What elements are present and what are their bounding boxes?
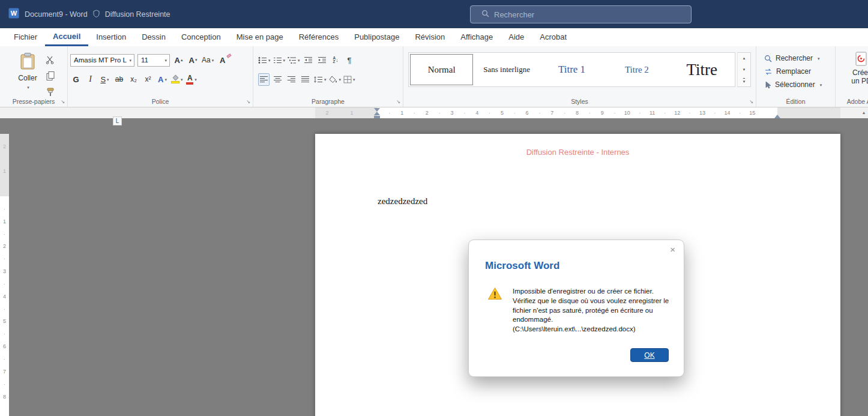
sensitivity-label[interactable]: Diffusion Restreinte	[105, 10, 170, 19]
group-styles: Normal Sans interligne Titre 1 Titre 2 T…	[403, 46, 756, 107]
grow-font-button[interactable]: A▴	[173, 54, 184, 67]
subscript-button[interactable]: x₂	[128, 73, 139, 86]
search-input[interactable]: Rechercher	[470, 5, 692, 23]
underline-button[interactable]: S▾	[99, 73, 110, 86]
ruler-tick: ·	[4, 381, 5, 387]
font-color-button[interactable]: A ▾	[186, 73, 197, 86]
tab-insertion[interactable]: Insertion	[88, 28, 134, 46]
document-header-text: Diffusion Restreinte - Internes	[315, 148, 840, 157]
cut-button[interactable]	[44, 53, 56, 66]
ruler-cm-cell: · 14	[702, 107, 728, 118]
borders-button[interactable]: ▾	[343, 73, 355, 86]
select-button[interactable]: Sélectionner ▾	[756, 78, 835, 91]
styles-dialog-launcher[interactable]: ↘	[749, 99, 753, 104]
outdent-icon	[304, 56, 313, 64]
clipboard-icon	[20, 64, 35, 72]
tab-affichage[interactable]: Affichage	[453, 28, 501, 46]
text-effects-button[interactable]: A▾	[157, 73, 168, 86]
italic-button[interactable]: I	[85, 73, 96, 86]
tab-aide[interactable]: Aide	[501, 28, 532, 46]
align-left-button[interactable]	[258, 73, 270, 86]
font-size-combo[interactable]: 11 ▾	[137, 54, 170, 67]
ruler-tick: ·	[514, 110, 516, 116]
paragraph-dialog-launcher[interactable]: ↘	[396, 99, 400, 104]
font-dialog-launcher[interactable]: ↘	[246, 99, 250, 104]
align-right-button[interactable]	[286, 73, 297, 86]
format-painter-button[interactable]	[44, 86, 56, 98]
eraser-icon	[227, 53, 232, 58]
copy-button[interactable]	[44, 70, 56, 82]
superscript-button[interactable]: x²	[142, 73, 154, 86]
ruler-cm-cell: · 2	[0, 222, 9, 247]
align-center-button[interactable]	[272, 73, 283, 86]
change-case-button[interactable]: Aa▾	[202, 54, 214, 67]
chevron-down-icon: ▾	[181, 77, 183, 82]
ruler-cm-cell: · 8	[552, 107, 577, 118]
paint-bucket-icon	[329, 76, 338, 83]
ruler-tick: ·	[739, 110, 741, 116]
tab-fichier[interactable]: Fichier	[6, 28, 45, 46]
chevron-down-icon: ▾	[107, 77, 109, 82]
tab-acrobat[interactable]: Acrobat	[532, 28, 574, 46]
gallery-down-icon[interactable]: ▾	[738, 64, 750, 76]
find-button[interactable]: Rechercher ▾	[756, 52, 835, 65]
gallery-up-icon[interactable]: ▴	[738, 53, 750, 64]
tab-references[interactable]: Références	[291, 28, 346, 46]
line-spacing-button[interactable]: ▾	[313, 73, 327, 86]
bullets-button[interactable]: ▾	[258, 54, 271, 67]
bold-button[interactable]: G	[70, 73, 82, 86]
ruler-cm-cell: · 7	[527, 107, 552, 118]
ruler-tick: ·	[589, 110, 591, 116]
numbering-button[interactable]: ▾	[273, 54, 286, 67]
multilevel-list-button[interactable]: ▾	[288, 54, 300, 67]
shading-button[interactable]: ▾	[329, 73, 342, 86]
borders-grid-icon	[343, 76, 352, 83]
line-spacing-icon	[313, 76, 323, 83]
ruler-tick: ·	[614, 110, 616, 116]
gallery-more-button[interactable]: ▾	[738, 75, 750, 86]
chevron-up-icon[interactable]: ▴	[863, 110, 865, 115]
ruler-cm-cell: · 7	[0, 346, 9, 372]
strikethrough-button[interactable]: ab	[113, 73, 125, 86]
styles-gallery: Normal Sans interligne Titre 1 Titre 2 T…	[408, 52, 735, 87]
tab-stop-selector[interactable]: L	[113, 116, 122, 125]
chevron-down-icon: ▾	[127, 58, 131, 62]
ruler-cm-cell: · 3	[427, 107, 452, 118]
sort-button[interactable]: AZ ↓	[330, 54, 342, 67]
indent-markers[interactable]	[374, 108, 380, 118]
shrink-font-button[interactable]: A▾	[187, 54, 199, 67]
tab-mise-en-page[interactable]: Mise en page	[229, 28, 291, 46]
justify-button[interactable]	[300, 73, 311, 86]
style-sans-interligne[interactable]: Sans interligne	[475, 54, 538, 85]
group-clipboard: Coller ▾ Presse-papiers ↘	[0, 46, 68, 107]
ruler-tick: ·	[639, 110, 640, 116]
font-name-combo[interactable]: Amasis MT Pro L ▾	[70, 54, 134, 67]
create-pdf-button[interactable]: Créer un PD	[842, 51, 868, 85]
decrease-indent-button[interactable]	[303, 54, 314, 67]
clipboard-dialog-launcher[interactable]: ↘	[61, 99, 65, 104]
paste-dropdown-icon[interactable]: ▾	[27, 85, 29, 89]
search-icon	[481, 10, 489, 19]
paste-button[interactable]: Coller ▾	[13, 52, 42, 91]
chevron-down-icon: ▾	[162, 58, 167, 62]
tab-publipostage[interactable]: Publipostage	[346, 28, 407, 46]
replace-button[interactable]: Remplacer	[756, 65, 835, 78]
close-icon[interactable]: ×	[670, 244, 675, 255]
style-titre-1[interactable]: Titre 1	[540, 54, 603, 85]
increase-indent-button[interactable]	[316, 54, 328, 67]
chevron-down-icon: ▾	[818, 56, 820, 61]
show-paragraph-marks-button[interactable]: ¶	[344, 54, 355, 67]
tab-accueil[interactable]: Accueil	[45, 28, 88, 46]
tab-conception[interactable]: Conception	[173, 28, 229, 46]
left-indent-marker	[374, 116, 380, 118]
style-normal[interactable]: Normal	[410, 54, 473, 85]
group-paragraph: ▾ ▾ ▾ AZ ↓ ¶	[253, 46, 403, 107]
tab-dessin[interactable]: Dessin	[134, 28, 173, 46]
ok-button[interactable]: OK	[630, 348, 669, 362]
clear-formatting-button[interactable]: A	[217, 54, 228, 67]
highlight-button[interactable]: ▾	[171, 73, 183, 86]
ruler-tick: ·	[489, 110, 490, 116]
tab-revision[interactable]: Révision	[407, 28, 453, 46]
style-titre-2[interactable]: Titre 2	[605, 54, 668, 85]
style-titre[interactable]: Titre	[671, 54, 734, 85]
